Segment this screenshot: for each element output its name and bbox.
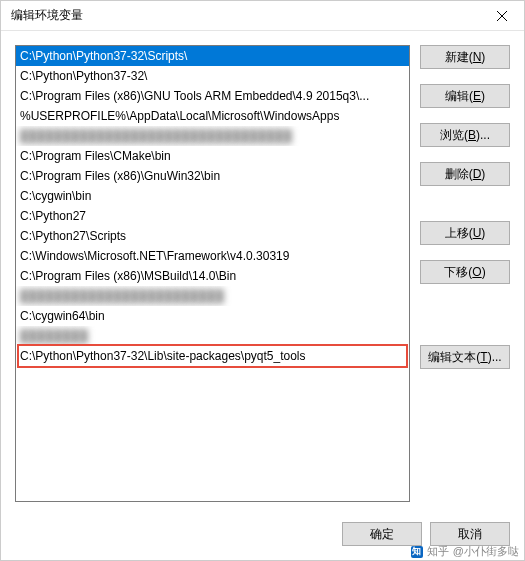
ok-button[interactable]: 确定 — [342, 522, 422, 546]
close-button[interactable] — [479, 1, 524, 31]
list-item[interactable]: C:\Python27 — [16, 206, 409, 226]
list-item[interactable]: C:\cygwin64\bin — [16, 306, 409, 326]
zhihu-icon: 知 — [411, 546, 423, 558]
list-item[interactable]: C:\Python\Python37-32\Scripts\ — [16, 46, 409, 66]
new-button[interactable]: 新建(N) — [420, 45, 510, 69]
browse-button[interactable]: 浏览(B)... — [420, 123, 510, 147]
list-item[interactable]: C:\Program Files (x86)\GnuWin32\bin — [16, 166, 409, 186]
list-item[interactable]: C:\Program Files (x86)\MSBuild\14.0\Bin — [16, 266, 409, 286]
list-item[interactable]: C:\Program Files (x86)\GNU Tools ARM Emb… — [16, 86, 409, 106]
list-item[interactable]: C:\Program Files\CMake\bin — [16, 146, 409, 166]
watermark-user: @小仆街多哒 — [453, 544, 519, 559]
path-listbox[interactable]: C:\Python\Python37-32\Scripts\C:\Python\… — [15, 45, 410, 502]
watermark: 知 知乎 @小仆街多哒 — [411, 544, 519, 559]
list-item[interactable]: ████████████████████████████████ — [16, 126, 409, 146]
close-icon — [497, 11, 507, 21]
cancel-button[interactable]: 取消 — [430, 522, 510, 546]
list-item[interactable]: ████████ — [16, 326, 409, 346]
list-item[interactable]: %USERPROFILE%\AppData\Local\Microsoft\Wi… — [16, 106, 409, 126]
moveup-button[interactable]: 上移(U) — [420, 221, 510, 245]
delete-button[interactable]: 删除(D) — [420, 162, 510, 186]
env-var-dialog: 编辑环境变量 C:\Python\Python37-32\Scripts\C:\… — [0, 0, 525, 561]
dialog-title: 编辑环境变量 — [11, 7, 479, 24]
movedown-button[interactable]: 下移(O) — [420, 260, 510, 284]
list-item[interactable]: ████████████████████████ — [16, 286, 409, 306]
list-item[interactable]: C:\Python\Python37-32\ — [16, 66, 409, 86]
titlebar: 编辑环境变量 — [1, 1, 524, 31]
edit-button[interactable]: 编辑(E) — [420, 84, 510, 108]
sidebar-buttons: 新建(N) 编辑(E) 浏览(B)... 删除(D) 上移(U) 下移(O) 编… — [420, 45, 510, 502]
edittext-button[interactable]: 编辑文本(T)... — [420, 345, 510, 369]
content-area: C:\Python\Python37-32\Scripts\C:\Python\… — [1, 31, 524, 512]
list-item[interactable]: C:\Windows\Microsoft.NET\Framework\v4.0.… — [16, 246, 409, 266]
list-item[interactable]: C:\Python27\Scripts — [16, 226, 409, 246]
list-item[interactable]: C:\Python\Python37-32\Lib\site-packages\… — [16, 346, 409, 366]
watermark-brand: 知乎 — [427, 544, 449, 559]
list-item[interactable]: C:\cygwin\bin — [16, 186, 409, 206]
